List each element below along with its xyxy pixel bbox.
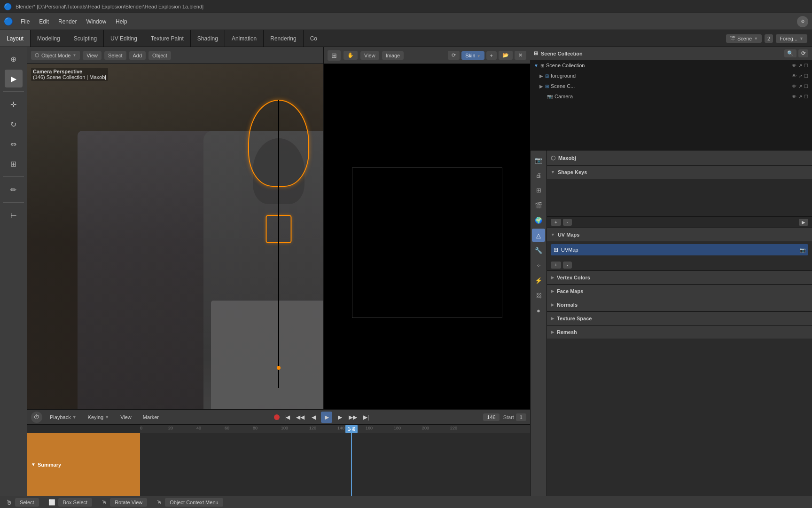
workspace-icon[interactable]: ⚙ bbox=[797, 16, 808, 27]
toolbar-transform-btn[interactable]: ⊞ bbox=[5, 155, 23, 173]
toolbar-rotate-btn[interactable]: ↻ bbox=[5, 115, 23, 133]
jump-next-keyframe-btn[interactable]: ▶▶ bbox=[347, 412, 359, 423]
menu-window[interactable]: Window bbox=[82, 16, 110, 27]
timeline-view-btn[interactable]: View bbox=[117, 413, 135, 421]
current-frame-display[interactable]: 146 bbox=[483, 413, 499, 421]
remesh-header[interactable]: ▶ Remesh bbox=[547, 325, 812, 339]
face-maps-header[interactable]: ▶ Face Maps bbox=[547, 285, 812, 298]
props-particle-btn[interactable]: ⁘ bbox=[532, 259, 545, 272]
props-constraints-btn[interactable]: ⛓ bbox=[532, 289, 545, 302]
shape-keys-header[interactable]: ▼ Shape Keys bbox=[547, 166, 812, 179]
tab-sculpting[interactable]: Sculpting bbox=[67, 30, 104, 47]
outliner-item-foreground[interactable]: ▶ ⊞ foreground 👁 ↗ ☐ bbox=[530, 71, 812, 81]
props-scene-btn[interactable]: 🎬 bbox=[532, 198, 545, 212]
tab-animation[interactable]: Animation bbox=[225, 30, 264, 47]
uv-sync-btn[interactable]: ⟳ bbox=[448, 51, 460, 60]
face-maps-arrow: ▶ bbox=[551, 289, 554, 294]
outliner-item-scene-root[interactable]: ▼ ⊞ Scene Collection 👁 ↗ ☐ bbox=[530, 60, 812, 71]
tab-modeling[interactable]: Modeling bbox=[31, 30, 67, 47]
shape-keys-menu-btn[interactable]: ▶ bbox=[799, 219, 808, 226]
outliner-sync-btn[interactable]: ⟳ bbox=[798, 49, 808, 57]
outliner-item-camera[interactable]: 📷 Camera 👁 ↗ ☐ bbox=[530, 91, 812, 102]
toolbar-cursor-btn[interactable]: ⊕ bbox=[5, 50, 23, 68]
view-layer-num[interactable]: 2 bbox=[765, 34, 773, 43]
outliner-filter-btn[interactable]: 🔍 bbox=[784, 49, 796, 57]
jump-start-btn[interactable]: |◀ bbox=[281, 412, 293, 423]
toolbar-measure-btn[interactable]: ⊢ bbox=[5, 206, 23, 224]
mode-selector[interactable]: ⬡ Object Mode ▼ bbox=[31, 51, 80, 60]
playback-btn[interactable]: Playback ▼ bbox=[46, 413, 80, 421]
section-shape-keys: ▼ Shape Keys + - ▶ bbox=[547, 166, 812, 228]
toolbar-select-btn[interactable]: ▶ bbox=[5, 70, 23, 87]
toolbar-annotate-btn[interactable]: ✏ bbox=[5, 181, 23, 198]
tab-layout[interactable]: Layout bbox=[0, 30, 31, 47]
props-output-btn[interactable]: 🖨 bbox=[532, 168, 545, 182]
step-forward-btn[interactable]: ▶ bbox=[334, 412, 345, 423]
shape-keys-controls: + - ▶ bbox=[547, 216, 812, 228]
object-btn[interactable]: Object bbox=[148, 51, 171, 60]
menu-help[interactable]: Help bbox=[112, 16, 131, 27]
tab-rendering[interactable]: Rendering bbox=[264, 30, 303, 47]
select-header-btn[interactable]: Select bbox=[104, 51, 126, 60]
uv-view-btn[interactable]: View bbox=[360, 51, 379, 60]
normals-header[interactable]: ▶ Normals bbox=[547, 298, 812, 311]
timeline-icon[interactable]: ⏱ bbox=[31, 412, 42, 423]
scene-selector[interactable]: 🎬 Scene ▼ bbox=[726, 34, 762, 43]
foreground-selector[interactable]: Foreg... ▼ bbox=[776, 34, 807, 43]
outliner-icon: ⊞ bbox=[534, 50, 538, 56]
ruler-track[interactable]: 0 20 40 60 80 100 120 140 146 160 180 20… bbox=[140, 425, 530, 433]
uv-hand-btn[interactable]: ✋ bbox=[344, 51, 358, 60]
tab-co[interactable]: Co bbox=[304, 30, 324, 47]
shape-keys-remove-btn[interactable]: - bbox=[563, 219, 572, 226]
props-render-btn[interactable]: 📷 bbox=[532, 153, 545, 167]
uv-add-btn[interactable]: + bbox=[551, 262, 561, 269]
keying-btn[interactable]: Keying ▼ bbox=[84, 413, 113, 421]
props-modifier-btn[interactable]: 🔧 bbox=[532, 244, 545, 257]
jump-end-btn[interactable]: ▶| bbox=[360, 412, 372, 423]
tab-texture-paint[interactable]: Texture Paint bbox=[144, 30, 191, 47]
toolbar-move-btn[interactable]: ✛ bbox=[5, 95, 23, 113]
menu-file[interactable]: File bbox=[17, 16, 33, 27]
menu-edit[interactable]: Edit bbox=[35, 16, 53, 27]
tab-right-section: 🎬 Scene ▼ 2 Foreg... ▼ bbox=[721, 30, 812, 47]
marker-btn[interactable]: Marker bbox=[139, 413, 163, 421]
uv-maps-header[interactable]: ▼ UV Maps bbox=[547, 228, 812, 241]
camera-perspective-text: Camera Perspective bbox=[33, 69, 106, 74]
props-world-btn[interactable]: 🌍 bbox=[532, 214, 545, 227]
toolbar-scale-btn[interactable]: ⇔ bbox=[5, 135, 23, 153]
box-select-status-btn[interactable]: Box Select bbox=[58, 498, 93, 507]
start-frame-display[interactable]: 1 bbox=[516, 413, 526, 421]
frame-ruler[interactable]: 0 20 40 60 80 100 120 140 146 160 180 20… bbox=[27, 425, 530, 433]
play-btn[interactable]: ▶ bbox=[321, 412, 332, 423]
uv-editor-icon[interactable]: ⊞ bbox=[328, 50, 341, 61]
uv-remove-btn[interactable]: - bbox=[563, 262, 572, 269]
summary-label-area[interactable]: ▼ Summary bbox=[27, 433, 140, 496]
shape-keys-add-btn[interactable]: + bbox=[551, 219, 561, 226]
uv-close-btn[interactable]: ✕ bbox=[515, 51, 526, 60]
uv-image-btn[interactable]: Image bbox=[382, 51, 404, 60]
vertex-colors-header[interactable]: ▶ Vertex Colors bbox=[547, 271, 812, 284]
props-view-layer-btn[interactable]: ⊞ bbox=[532, 183, 545, 197]
view-btn[interactable]: View bbox=[83, 51, 102, 60]
select-status-btn[interactable]: Select bbox=[15, 498, 39, 507]
rotate-status-btn[interactable]: Rotate View bbox=[110, 498, 147, 507]
uvmap-item[interactable]: ⊞ UVMap 📷 bbox=[551, 244, 808, 255]
uv-new-btn[interactable]: + bbox=[486, 51, 497, 60]
tab-shading[interactable]: Shading bbox=[191, 30, 225, 47]
uv-open-btn[interactable]: 📂 bbox=[499, 51, 513, 60]
tab-uv-editing[interactable]: UV Editing bbox=[104, 30, 144, 47]
record-btn[interactable] bbox=[274, 414, 280, 420]
vertex-colors-label: Vertex Colors bbox=[557, 275, 590, 280]
outliner-item-scene-c[interactable]: ▶ ⊞ Scene C... 👁 ↗ ☐ bbox=[530, 81, 812, 91]
step-back-btn[interactable]: ◀ bbox=[308, 412, 319, 423]
add-btn[interactable]: Add bbox=[129, 51, 146, 60]
props-physics-btn[interactable]: ⚡ bbox=[532, 274, 545, 287]
context-menu-status-btn[interactable]: Object Context Menu bbox=[165, 498, 223, 507]
props-object-data-btn[interactable]: △ bbox=[532, 229, 545, 242]
props-material-btn[interactable]: ● bbox=[532, 304, 545, 317]
jump-prev-keyframe-btn[interactable]: ◀◀ bbox=[295, 412, 306, 423]
menu-render[interactable]: Render bbox=[55, 16, 80, 27]
uv-pin-btn[interactable]: Skin ▼ bbox=[461, 51, 484, 60]
texture-space-header[interactable]: ▶ Texture Space bbox=[547, 312, 812, 325]
summary-track-content[interactable] bbox=[140, 433, 530, 496]
